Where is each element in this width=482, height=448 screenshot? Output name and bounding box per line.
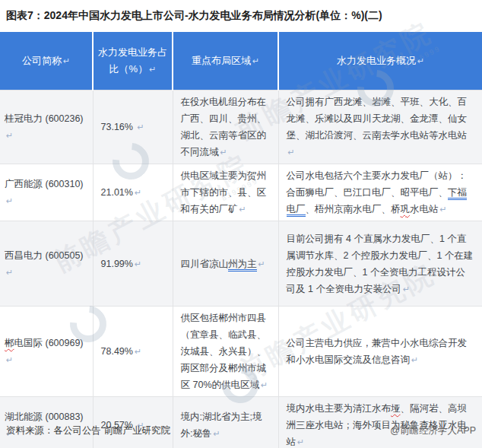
cell-share: 91.99%↵ [93,221,173,307]
pilcrow-mark: ↵ [261,380,268,389]
cell-share: 20.57% ↵ [93,397,173,448]
pilcrow-mark: ↵ [135,188,141,197]
source-note: 资料来源：各公司公告 前瞻产业研究院 [6,424,170,437]
table-row-hubei: 湖北能源 (000883)↵ 20.57% ↵ 境内:湖北省为主;境外:秘鲁↵ … [0,397,482,448]
app-credit: @前瞻经济学人APP [390,424,476,437]
cell-share: 78.49%↵ [93,307,173,397]
cell-text: 电国际 (600969) [14,338,84,348]
table-row-guangxi: 广西能源 (600310)↵ 21.01%↵ 供电区域主要为贺州市下辖的市、县、… [0,164,482,221]
cell-text: 水电站 [410,204,439,214]
cell-company: 桂冠电力 (600236)↵ [0,91,93,164]
pilcrow-mark: ↵ [135,347,141,356]
col-header-share: 水力发电业务占比（%）↵ [93,32,173,91]
cell-text: 四川省凉山 [181,259,229,269]
cell-text: 78.49% [101,346,133,357]
cell-share: 73.16% ↵ [93,91,173,164]
pilcrow-mark: ↵ [288,148,295,157]
pilcrow-mark: ↵ [135,259,141,268]
cell-text: 公司拥有广西龙滩、岩滩、平班、大化、百龙滩、乐滩以及四川天龙湖、金龙潭、仙女堡、… [287,97,468,141]
cell-region: 供电区域主要为贺州市下辖的市、县、区和有关的厂矿↵ [173,164,278,221]
pilcrow-mark: ↵ [258,259,265,268]
cell-company: 郴电国际 (600969)↵ [0,307,93,397]
cell-text: 供区包括郴州市四县（宜章县、临武县、汝城县、永兴县）、两区部分及郴州市城区 70… [181,313,267,390]
figure-title: 图表7：2024年中国水力发电上市公司-水力发电业务布局情况分析(单位：%)(二… [6,7,479,24]
table-row-xichang: 西昌电力 (600505)↵ 91.99%↵ 四川省凉山州为主↵ 目前公司拥有 … [0,221,482,307]
cell-text: 西昌电力 (600505) [5,250,84,261]
pilcrow-mark: ↵ [297,437,304,446]
grammar-underline: 州为主 [228,259,257,272]
pilcrow-mark: ↵ [6,196,13,205]
pilcrow-mark: ↵ [252,56,259,65]
pilcrow-mark: ↵ [417,56,424,65]
pilcrow-mark: ↵ [149,65,156,74]
cell-region: 四川省凉山州为主↵ [173,221,278,307]
header-row: 公司简称↵ 水力发电业务占比（%）↵ 重点布局区域↵ 水力发电业务概况↵ [0,32,482,91]
cell-text: 91.99% [101,259,133,269]
cell-text: 供电区域主要为贺州市下辖的市、县、区和有关的厂矿 [181,170,267,214]
cell-company: 西昌电力 (600505)↵ [0,221,93,307]
spellcheck-underline: 垭 [391,403,401,414]
cell-share: 21.01%↵ [93,164,173,221]
pilcrow-mark: ↵ [63,56,70,65]
pilcrow-mark: ↵ [6,355,13,364]
cell-overview: 目前公司拥有 4 个直属水力发电厂、1 个直属调节水库、2 个控股水力发电厂、1… [278,221,482,307]
cell-text: 目前公司拥有 4 个直属水力发电厂、1 个直属调节水库、2 个控股水力发电厂、1… [287,234,474,294]
pilcrow-mark: ↵ [137,122,144,132]
header-text: 水力发电业务概况 [337,55,416,66]
hydropower-company-table: 公司简称↵ 水力发电业务占比（%）↵ 重点布局区域↵ 水力发电业务概况↵ 桂冠电… [0,32,482,448]
cell-overview: 境内水电主要为清江水布垭、隔河岩、高坝洲三座水电站；海外项目为秘鲁查格亚水电站↵ [278,397,482,448]
cell-text: 公司水电包括六个主要水力发电厂（站）：合面狮电厂、巴江口电厂、昭平电厂、 [287,170,468,198]
cell-region: 在役水电机组分布在广西、四川、贵州、湖北、云南等省区的不同流域↵ [173,91,278,164]
pilcrow-mark: ↵ [220,148,227,157]
pilcrow-mark: ↵ [6,131,13,140]
col-header-overview: 水力发电业务概况↵ [278,32,482,91]
cell-overview: 公司水电包括六个主要水力发电厂（站）：合面狮电厂、巴江口电厂、昭平电厂、下福电厂… [278,164,482,221]
pilcrow-mark: ↵ [239,205,246,214]
spellcheck-underline: 郴 [5,338,14,348]
cell-overview: 公司拥有广西龙滩、岩滩、平班、大化、百龙滩、乐滩以及四川天龙湖、金龙潭、仙女堡、… [278,91,482,164]
col-header-company: 公司简称↵ [0,32,93,91]
cell-company: 湖北能源 (000883)↵ [0,397,93,448]
table-row-guiguan: 桂冠电力 (600236)↵ 73.16% ↵ 在役水电机组分布在广西、四川、贵… [0,91,482,164]
cell-region: 境内:湖北省为主;境外:秘鲁↵ [173,397,278,448]
header-text: 水力发电业务占比（%） [98,46,167,75]
cell-text: 、梧州京南水电厂、桥 [306,204,401,214]
report-figure-page: 图表7：2024年中国水力发电上市公司-水力发电业务布局情况分析(单位：%)(二… [0,0,482,448]
header-text: 重点布局区域 [192,55,251,66]
cell-text: 境内水电主要为清江水布 [287,403,392,414]
pilcrow-mark: ↵ [411,355,418,364]
header-text: 公司简称 [22,55,62,66]
cell-text: 桂冠电力 (600236) [5,113,84,124]
table-row-chendian: 郴电国际 (600969)↵ 78.49%↵ 供区包括郴州市四县（宜章县、临武县… [0,307,482,397]
cell-text: 21.01% [101,187,133,198]
cell-text: 公司主营电力供应，兼营中小水电综合开发和小水电国际交流及信息咨询 [287,338,468,365]
pilcrow-mark: ↵ [6,268,13,277]
cell-text: 73.16% [101,122,133,132]
figure-footer: 资料来源：各公司公告 前瞻产业研究院 @前瞻经济学人APP [6,424,476,437]
cell-text: 湖北能源 (000883) [5,411,84,422]
spellcheck-underline: 巩 [401,204,411,214]
col-header-region: 重点布局区域↵ [173,32,278,91]
pilcrow-mark: ↵ [403,284,410,294]
cell-region: 供区包括郴州市四县（宜章县、临武县、汝城县、永兴县）、两区部分及郴州市城区 70… [173,307,278,397]
cell-text: 广西能源 (600310) [5,179,84,189]
cell-overview: 公司主营电力供应，兼营中小水电综合开发和小水电国际交流及信息咨询↵ [278,307,482,397]
pilcrow-mark: ↵ [440,205,447,214]
cell-company: 广西能源 (600310)↵ [0,164,93,221]
